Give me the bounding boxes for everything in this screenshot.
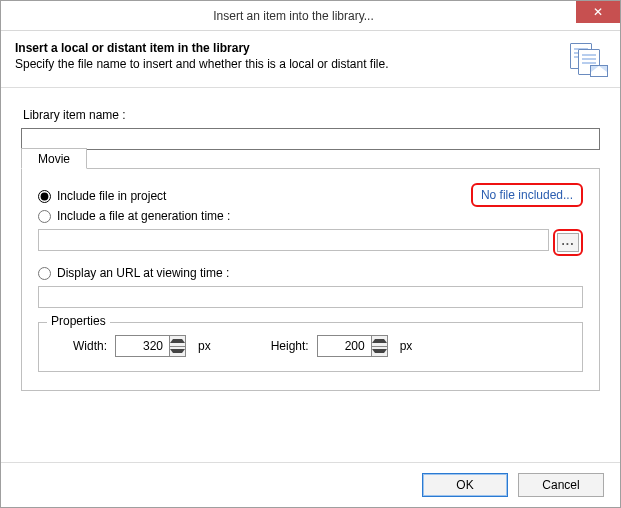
header-title: Insert a local or distant item in the li… xyxy=(15,41,562,55)
close-icon: ✕ xyxy=(593,5,603,19)
library-item-name-input[interactable] xyxy=(21,128,600,150)
height-input[interactable] xyxy=(317,335,371,357)
width-step-down[interactable] xyxy=(170,346,185,357)
dialog-header: Insert a local or distant item in the li… xyxy=(1,31,620,88)
library-item-name-label: Library item name : xyxy=(23,108,600,122)
chevron-up-icon xyxy=(170,339,185,343)
close-button[interactable]: ✕ xyxy=(576,1,620,23)
ok-label: OK xyxy=(456,478,473,492)
radio-display-url[interactable] xyxy=(38,267,51,280)
no-file-link[interactable]: No file included... xyxy=(471,183,583,207)
cancel-label: Cancel xyxy=(542,478,579,492)
window-title: Insert an item into the library... xyxy=(11,9,576,23)
tab-movie[interactable]: Movie xyxy=(21,148,87,169)
browse-highlight: ... xyxy=(553,229,583,256)
radio-include-in-project-label: Include file in project xyxy=(57,189,166,203)
height-stepper[interactable] xyxy=(317,335,388,357)
height-unit: px xyxy=(400,339,413,353)
option-include-at-gen[interactable]: Include a file at generation time : xyxy=(38,209,583,223)
dialog-body: Library item name : Movie No file includ… xyxy=(1,88,620,462)
cancel-button[interactable]: Cancel xyxy=(518,473,604,497)
chevron-down-icon xyxy=(372,349,387,353)
radio-include-in-project[interactable] xyxy=(38,190,51,203)
radio-include-at-gen-label: Include a file at generation time : xyxy=(57,209,230,223)
properties-legend: Properties xyxy=(47,314,110,328)
gen-path-input[interactable] xyxy=(38,229,549,251)
titlebar: Insert an item into the library... ✕ xyxy=(1,1,620,31)
ellipsis-icon: ... xyxy=(561,234,574,248)
height-label: Height: xyxy=(255,339,309,353)
chevron-up-icon xyxy=(372,339,387,343)
width-step-up[interactable] xyxy=(170,336,185,346)
properties-group: Properties Width: px Height: xyxy=(38,322,583,372)
url-input[interactable] xyxy=(38,286,583,308)
width-label: Width: xyxy=(53,339,107,353)
dialog-window: Insert an item into the library... ✕ Ins… xyxy=(0,0,621,508)
tab-movie-label: Movie xyxy=(38,152,70,166)
width-stepper[interactable] xyxy=(115,335,186,357)
height-step-up[interactable] xyxy=(372,336,387,346)
height-step-down[interactable] xyxy=(372,346,387,357)
library-insert-icon xyxy=(570,43,606,75)
width-input[interactable] xyxy=(115,335,169,357)
movie-tab-panel: Movie No file included... Include file i… xyxy=(21,168,600,391)
browse-button[interactable]: ... xyxy=(557,233,579,252)
chevron-down-icon xyxy=(170,349,185,353)
dialog-footer: OK Cancel xyxy=(1,462,620,507)
radio-display-url-label: Display an URL at viewing time : xyxy=(57,266,229,280)
option-display-url[interactable]: Display an URL at viewing time : xyxy=(38,266,583,280)
ok-button[interactable]: OK xyxy=(422,473,508,497)
header-subtitle: Specify the file name to insert and whet… xyxy=(15,57,562,71)
radio-include-at-gen[interactable] xyxy=(38,210,51,223)
width-unit: px xyxy=(198,339,211,353)
